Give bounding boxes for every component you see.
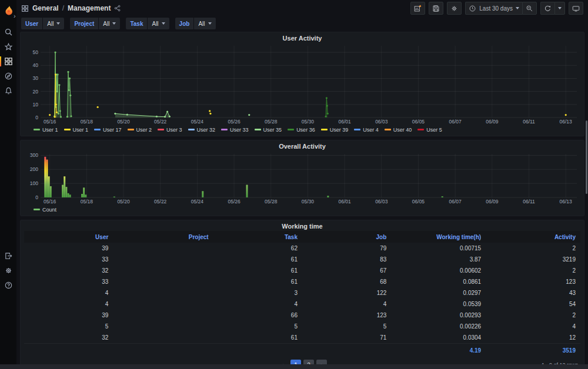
- legend-item[interactable]: User 1: [64, 127, 89, 133]
- svg-text:05/26: 05/26: [228, 119, 240, 125]
- table-cell: [113, 298, 213, 310]
- column-header-task[interactable]: Task: [213, 231, 302, 243]
- legend-item[interactable]: User 33: [221, 127, 249, 133]
- zoom-out-icon: [526, 5, 533, 12]
- table-cell: 2: [486, 265, 580, 276]
- cycle-view-button[interactable]: [569, 2, 583, 15]
- table-cell: 0.0539: [391, 298, 486, 310]
- filter-job[interactable]: Job All: [175, 18, 216, 29]
- breadcrumb-folder[interactable]: General: [32, 4, 59, 12]
- table-cell: 0.0304: [391, 332, 486, 344]
- svg-text:06/13: 06/13: [560, 199, 573, 204]
- panel-title-overall-activity[interactable]: Overall Activity: [24, 142, 580, 151]
- zoom-out-time-button[interactable]: [522, 2, 537, 15]
- refresh-button[interactable]: [540, 2, 554, 15]
- column-header-job[interactable]: Job: [302, 231, 391, 243]
- legend-item[interactable]: User 39: [321, 127, 349, 133]
- svg-text:05/18: 05/18: [81, 199, 93, 204]
- column-header-project[interactable]: Project: [113, 231, 213, 243]
- legend-item[interactable]: User 3: [158, 127, 182, 133]
- dashboard-settings-button[interactable]: [447, 2, 462, 15]
- user-activity-chart: 05/1605/1805/2005/2205/2405/2605/2805/30…: [24, 43, 580, 125]
- panel-working-time: Working time UserProjectTaskJobWorking t…: [20, 220, 584, 369]
- legend-label: User 33: [230, 127, 249, 133]
- panel-title-user-activity[interactable]: User Activity: [24, 34, 580, 43]
- table-cell: 33: [24, 254, 113, 265]
- sidebar-expand-icon[interactable]: ›: [14, 13, 16, 19]
- table-row: 39661230.002932: [24, 310, 580, 321]
- filter-user-label: User: [21, 18, 42, 29]
- legend-item[interactable]: User 40: [385, 127, 412, 133]
- legend-marker: [417, 129, 424, 130]
- table-cell: 12: [486, 332, 580, 344]
- filter-user-value[interactable]: All: [43, 18, 64, 29]
- dashboards-icon[interactable]: [0, 54, 16, 69]
- filter-project-value[interactable]: All: [99, 18, 120, 29]
- time-range-picker[interactable]: Last 30 days: [465, 2, 522, 15]
- totals-row: 4.193519: [24, 344, 580, 358]
- table-cell: 122: [302, 287, 391, 298]
- table-cell: 67: [302, 265, 391, 276]
- share-icon[interactable]: [114, 5, 121, 12]
- legend-marker: [221, 129, 228, 130]
- refresh-interval-button[interactable]: [554, 2, 565, 15]
- table-row: 3361833.873219: [24, 254, 580, 265]
- svg-text:05/24: 05/24: [191, 119, 204, 125]
- table-cell: 71: [302, 332, 391, 344]
- page-scrollbar[interactable]: [585, 0, 588, 364]
- legend-item[interactable]: User 17: [94, 127, 122, 133]
- legend-item[interactable]: User 4: [354, 127, 379, 133]
- table-cell: [113, 310, 213, 321]
- svg-text:06/07: 06/07: [449, 199, 462, 204]
- add-panel-button[interactable]: [410, 2, 425, 15]
- svg-text:05/20: 05/20: [117, 119, 130, 125]
- explore-icon[interactable]: [0, 69, 16, 83]
- legend-item[interactable]: User 36: [288, 127, 315, 133]
- alerting-icon[interactable]: [0, 83, 16, 98]
- caret-down-icon: [558, 7, 562, 9]
- filter-task[interactable]: Task All: [126, 18, 169, 29]
- page-title[interactable]: Management: [68, 4, 111, 12]
- caret-down-icon: [162, 22, 165, 25]
- filter-project[interactable]: Project All: [70, 18, 120, 29]
- caret-down-icon: [516, 7, 519, 9]
- sign-in-icon[interactable]: [0, 249, 16, 263]
- table-cell: 0.00293: [391, 310, 486, 321]
- legend-item[interactable]: User 5: [417, 127, 442, 133]
- column-header-activity[interactable]: Activity: [486, 231, 580, 243]
- legend-item[interactable]: User 35: [255, 127, 282, 133]
- column-header-working-time-h-[interactable]: Working time(h): [391, 231, 486, 243]
- svg-text:06/13: 06/13: [560, 119, 573, 125]
- scrollbar-thumb[interactable]: [586, 120, 587, 194]
- svg-text:05/30: 05/30: [302, 199, 315, 204]
- caret-down-icon: [112, 22, 116, 25]
- server-admin-icon[interactable]: [0, 263, 16, 278]
- panel-title-working-time[interactable]: Working time: [24, 222, 580, 231]
- legend-marker: [321, 129, 328, 130]
- save-dashboard-button[interactable]: [429, 2, 443, 15]
- svg-text:06/05: 06/05: [412, 199, 425, 204]
- table-cell: 3219: [486, 254, 580, 265]
- table-cell: 123: [302, 310, 391, 321]
- filter-job-value[interactable]: All: [194, 18, 215, 29]
- column-header-user[interactable]: User: [24, 231, 113, 243]
- filter-task-value[interactable]: All: [148, 18, 169, 29]
- table-cell: 2: [486, 310, 580, 321]
- sidebar: [0, 0, 16, 369]
- table-cell: 0.00715: [391, 243, 486, 254]
- legend-label: User 4: [363, 127, 379, 133]
- help-icon[interactable]: [0, 278, 16, 293]
- legend-item[interactable]: Count: [34, 207, 56, 213]
- table-cell: 61: [213, 265, 302, 276]
- table-cell: 33: [24, 276, 113, 287]
- legend-item[interactable]: User 32: [188, 127, 216, 133]
- star-icon[interactable]: [0, 39, 16, 54]
- filter-user[interactable]: User All: [21, 18, 64, 29]
- overall-activity-chart: 05/1605/1805/2005/2205/2405/2605/2805/30…: [24, 151, 580, 205]
- legend-item[interactable]: User 1: [34, 127, 58, 133]
- caret-down-icon: [208, 22, 212, 25]
- svg-text:200: 200: [30, 166, 38, 172]
- dashboard-main: General / Management: [16, 0, 588, 369]
- search-icon[interactable]: [0, 25, 16, 39]
- legend-item[interactable]: User 2: [128, 127, 152, 133]
